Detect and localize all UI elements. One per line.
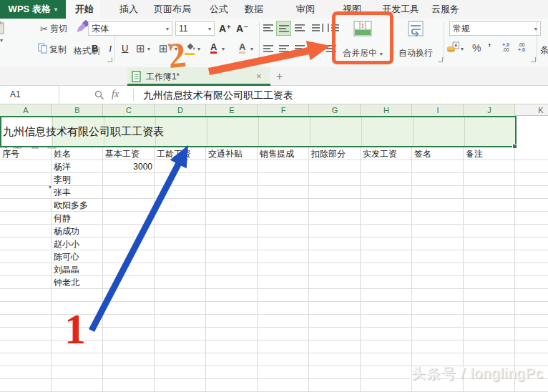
header-cell[interactable]: 签名 <box>414 147 431 160</box>
name-cell[interactable]: 张丰 <box>54 186 71 199</box>
number-dialog-launcher-icon[interactable] <box>531 57 536 62</box>
decrease-decimal-button[interactable]: .00+.0 <box>518 42 525 52</box>
decrease-indent-icon[interactable] <box>312 24 323 34</box>
borders-caret-icon[interactable]: ▾ <box>147 46 150 52</box>
underline-button[interactable]: U <box>122 43 128 54</box>
highlight-caret-icon[interactable]: ▾ <box>250 46 253 52</box>
column-header-d[interactable]: D <box>155 104 206 116</box>
app-brand-label: WPS 表格 <box>9 3 51 16</box>
align-center-icon[interactable] <box>279 44 289 55</box>
search-icon[interactable] <box>94 90 104 102</box>
name-cell[interactable]: 陈可心 <box>54 250 79 263</box>
name-cell[interactable]: 李明 <box>54 173 71 186</box>
wrap-text-button[interactable]: 自动换行 <box>395 19 436 62</box>
font-color-icon[interactable]: A <box>210 42 217 54</box>
currency-caret-icon[interactable]: ▾ <box>461 46 464 52</box>
title-cell-text: 九州信息技术有限公司职工工资表 <box>3 116 164 147</box>
align-top-icon[interactable] <box>263 24 273 34</box>
header-cell[interactable]: 序号 <box>2 147 19 160</box>
header-cell[interactable]: 工龄工资 <box>157 147 191 160</box>
column-header-b[interactable]: B <box>52 104 103 116</box>
menu-tab-data[interactable]: 数据 <box>238 0 270 19</box>
name-cell[interactable]: 赵小小 <box>54 237 79 250</box>
header-cell[interactable]: 销售提成 <box>260 147 294 160</box>
shrink-font-button[interactable]: A⁻ <box>236 23 249 34</box>
header-cell[interactable]: 备注 <box>466 147 483 160</box>
new-tab-plus-icon[interactable]: + <box>276 67 283 86</box>
column-header-i[interactable]: I <box>412 104 464 116</box>
formula-bar-content[interactable]: 九州信息技术有限公司职工工资表 <box>143 86 293 104</box>
borders-icon[interactable]: ⊞ <box>136 42 145 55</box>
wrap-text-label: 自动换行 <box>398 47 433 59</box>
menu-tab-review[interactable]: 审阅 <box>290 0 321 19</box>
name-cell[interactable]: 刘晶晶 <box>54 263 79 276</box>
grow-font-button[interactable]: A⁺ <box>219 23 232 34</box>
comma-style-button[interactable]: ’ <box>488 41 491 53</box>
copy-label: 复制 <box>49 44 67 56</box>
menu-tab-home[interactable]: 开始 <box>69 0 100 19</box>
increase-decimal-button[interactable]: +.0.00 <box>502 42 509 52</box>
step2-highlight-box <box>332 11 393 64</box>
copy-button[interactable]: 复制 <box>38 43 67 56</box>
close-tab-icon[interactable]: × <box>256 67 262 86</box>
align-middle-icon[interactable] <box>276 21 291 36</box>
dec-decimal-top: .00 <box>518 42 525 47</box>
column-header-e[interactable]: E <box>206 104 258 116</box>
menu-tab-insert[interactable]: 插入 <box>113 0 145 19</box>
conditional-format-label[interactable]: 条件格式 <box>540 44 548 57</box>
fx-insert-function-button[interactable]: fx <box>112 89 119 100</box>
header-cell[interactable]: 基本工资 <box>105 147 140 160</box>
paste-icon[interactable] <box>0 21 4 36</box>
font-family-select[interactable]: 宋体 ▾ <box>88 21 172 36</box>
align-right-icon[interactable] <box>295 44 305 55</box>
header-cell[interactable]: 姓名 <box>54 147 71 160</box>
fill-color-caret-icon[interactable]: ▾ <box>197 46 200 52</box>
salary-cell[interactable]: 3000 <box>103 160 152 173</box>
font-color-caret-icon[interactable]: ▾ <box>222 46 225 52</box>
name-cell[interactable]: 钟老北 <box>54 276 79 289</box>
cut-button[interactable]: ✂ 剪切 <box>40 23 67 35</box>
percent-style-button[interactable]: % <box>472 42 481 54</box>
name-cell[interactable]: 杨洋 <box>54 160 71 173</box>
group-divider <box>444 22 444 61</box>
number-format-select[interactable]: 常规 ▾ <box>449 21 541 36</box>
name-cell[interactable]: 欧阳多多 <box>54 199 88 212</box>
name-cell[interactable]: 杨成功 <box>54 225 79 237</box>
italic-button[interactable]: I <box>109 43 112 54</box>
app-brand-button[interactable]: WPS 表格 ▾ <box>0 0 66 19</box>
cell-reference: A1 <box>10 89 21 99</box>
align-bottom-icon[interactable] <box>295 24 305 34</box>
column-header-a[interactable]: A <box>0 104 52 116</box>
header-cell[interactable]: 交通补贴 <box>208 147 243 160</box>
name-box[interactable]: A1 ▾ <box>0 86 59 104</box>
column-header-g[interactable]: G <box>309 104 361 116</box>
group-divider <box>537 22 537 61</box>
paste-caret-icon[interactable]: ▾ <box>0 37 3 44</box>
wps-spreadsheet-window: WPS 表格 ▾ 开始 插入 页面布局 公式 数据 审阅 视图 开发工具 云服务… <box>0 0 548 392</box>
chevron-down-icon: ▾ <box>54 6 58 13</box>
column-header-j[interactable]: J <box>464 104 515 116</box>
menu-tab-pagelayout[interactable]: 页面布局 <box>147 0 197 19</box>
align-left-icon[interactable] <box>263 44 273 55</box>
column-header-f[interactable]: F <box>258 104 309 116</box>
column-header-h[interactable]: H <box>361 104 412 116</box>
header-cell[interactable]: 扣除部分 <box>311 147 346 160</box>
menu-tab-formulas[interactable]: 公式 <box>203 0 235 19</box>
font-size-select[interactable]: 11 ▾ <box>175 21 215 36</box>
highlight-color-icon[interactable]: A <box>239 42 245 54</box>
menu-tab-cloud[interactable]: 云服务 <box>425 0 466 19</box>
copy-icon <box>38 43 47 56</box>
column-header-k[interactable]: K <box>515 104 548 116</box>
column-header-c[interactable]: C <box>103 104 155 116</box>
alignment-dialog-launcher-icon[interactable] <box>438 57 443 62</box>
bold-button[interactable]: B <box>92 43 98 54</box>
align-justify-icon[interactable] <box>310 44 321 55</box>
selection-fill-handle[interactable] <box>512 144 517 149</box>
currency-format-icon[interactable] <box>446 41 459 55</box>
step2-number-label: 2 <box>166 36 187 74</box>
menu-bar: WPS 表格 ▾ 开始 插入 页面布局 公式 数据 审阅 视图 开发工具 云服务 <box>0 0 548 19</box>
clipboard-dialog-launcher-icon[interactable] <box>107 57 112 62</box>
name-cell[interactable]: 何静 <box>54 212 71 225</box>
header-cell[interactable]: 实发工资 <box>363 147 397 160</box>
fill-color-icon[interactable] <box>185 41 196 55</box>
